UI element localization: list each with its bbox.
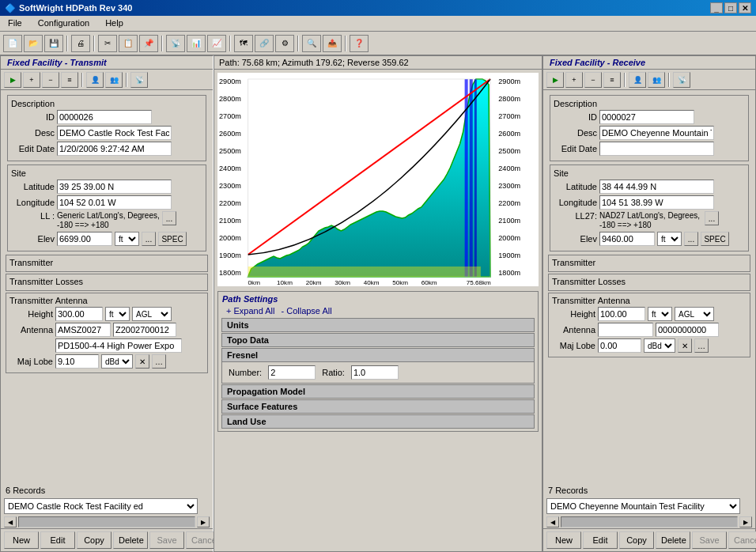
toolbar-print[interactable]: 🖨 [71,35,90,52]
left-scroll-track[interactable] [18,516,195,527]
right-copy-button[interactable]: Copy [619,531,654,549]
left-btn-minus[interactable]: − [42,72,59,88]
right-scroll-track[interactable] [561,516,738,527]
toolbar-copy[interactable]: 📋 [119,35,138,52]
right-majlobe-extra-button[interactable]: … [694,338,709,353]
right-elev-dots-button[interactable]: ... [684,232,698,246]
left-elev-dots-button[interactable]: ... [142,232,156,246]
right-btn-person2[interactable]: 👥 [648,72,665,88]
left-btn-plus[interactable]: + [23,72,40,88]
left-scroll-left[interactable]: ◀ [4,516,17,527]
right-majlobe-x-button[interactable]: ✕ [678,338,692,353]
left-scroll-right[interactable]: ▶ [197,516,210,527]
left-elev-input[interactable] [57,232,112,246]
menu-configuration[interactable]: Configuration [33,17,94,29]
minimize-button[interactable]: _ [710,2,723,13]
right-antenna-input1[interactable] [598,323,653,337]
left-majlobe-input[interactable] [55,354,99,369]
fresnel-header[interactable]: Fresnel [222,349,534,362]
right-btn-rx[interactable]: 📡 [673,72,690,88]
menu-file[interactable]: File [3,17,27,29]
right-editdate-input[interactable] [599,142,714,156]
menu-help[interactable]: Help [100,17,128,29]
right-id-input[interactable] [599,110,694,124]
left-antenna-input1[interactable] [55,323,111,337]
left-majlobe-extra-button[interactable]: … [152,354,166,369]
close-button[interactable]: ✕ [739,2,751,13]
right-majlobe-unit-select[interactable]: dBd dBi [644,338,675,353]
left-btn-list[interactable]: ≡ [61,72,78,88]
left-save-button[interactable]: Save [149,531,184,549]
left-new-button[interactable]: New [4,531,39,549]
right-btn-minus[interactable]: − [584,72,602,88]
units-item[interactable]: Units [221,318,535,332]
right-delete-button[interactable]: Delete [656,531,690,549]
right-majlobe-input[interactable] [598,338,641,353]
left-copy-button[interactable]: Copy [77,531,112,549]
right-scroll-left[interactable]: ◀ [546,516,559,527]
left-id-input[interactable] [57,110,152,124]
left-majlobe-x-button[interactable]: ✕ [135,354,149,369]
right-height-input[interactable] [598,307,645,321]
collapse-all-link[interactable]: - Collapse All [281,306,331,316]
left-antenna-input2[interactable] [113,323,176,337]
right-facility-dropdown[interactable]: DEMO Cheyenne Mountain Test Facility [546,498,740,514]
right-btn-list[interactable]: ≡ [603,72,621,88]
left-editdate-input[interactable] [57,142,172,156]
expand-all-link[interactable]: + Expand All [226,306,274,316]
toolbar-new[interactable]: 📄 [3,35,22,52]
right-new-button[interactable]: New [546,531,581,549]
right-spec-button[interactable]: SPEC [701,232,729,246]
left-desc-input[interactable] [57,126,172,140]
left-btn-tx[interactable]: 📡 [130,72,148,88]
right-edit-button[interactable]: Edit [583,531,618,549]
maximize-button[interactable]: □ [724,2,737,13]
right-btn-arrow[interactable]: ▶ [546,72,564,88]
toolbar-cut[interactable]: ✂ [98,35,117,52]
right-elev-input[interactable] [599,232,655,246]
left-height-agl-select[interactable]: AGL AMSL [132,307,172,321]
propagation-model-item[interactable]: Propagation Model [221,384,535,399]
topo-data-item[interactable]: Topo Data [221,333,535,347]
land-use-item[interactable]: Land Use [221,414,535,429]
toolbar-antenna[interactable]: 📡 [166,35,185,52]
right-cancel-button[interactable]: Cancel [728,531,756,549]
left-spec-button[interactable]: SPEC [158,232,187,246]
left-btn-person2[interactable]: 👥 [105,72,123,88]
right-desc-input[interactable] [599,126,714,140]
left-elev-unit-select[interactable]: ft m [115,232,139,246]
left-facility-dropdown[interactable]: DEMO Castle Rock Test Facility ed [4,498,198,514]
left-btn-person1[interactable]: 👤 [86,72,104,88]
right-antenna-input2[interactable] [656,323,719,337]
toolbar-map[interactable]: 🗺 [234,35,253,52]
fresnel-ratio-input[interactable] [351,365,399,380]
left-antenna-desc-input[interactable] [55,338,182,353]
fresnel-number-input[interactable] [268,365,316,380]
right-btn-person1[interactable]: 👤 [629,72,646,88]
left-lon-input[interactable] [57,195,172,210]
toolbar-export[interactable]: 📤 [323,35,342,52]
left-majlobe-unit-select[interactable]: dBd dBi [101,354,133,369]
right-height-unit-select[interactable]: ft m [648,307,672,321]
left-delete-button[interactable]: Delete [113,531,148,549]
right-elev-unit-select[interactable]: ft m [657,232,682,246]
left-height-unit-select[interactable]: ft m [105,307,130,321]
toolbar-path[interactable]: 🔗 [255,35,274,52]
left-edit-button[interactable]: Edit [40,531,75,549]
right-height-agl-select[interactable]: AGL AMSL [675,307,714,321]
toolbar-settings[interactable]: ⚙ [275,35,294,52]
right-btn-plus[interactable]: + [565,72,583,88]
surface-features-item[interactable]: Surface Features [221,399,535,414]
right-lat-input[interactable] [599,180,714,194]
right-lon-input[interactable] [599,195,714,210]
right-ll-dots-button[interactable]: ... [705,211,719,225]
left-ll-dots-button[interactable]: ... [162,211,176,225]
toolbar-zoom[interactable]: 🔍 [302,35,321,52]
toolbar-help[interactable]: ❓ [350,35,369,52]
toolbar-paste[interactable]: 📌 [139,35,158,52]
toolbar-open[interactable]: 📂 [24,35,43,52]
toolbar-chart2[interactable]: 📈 [207,35,226,52]
toolbar-save[interactable]: 💾 [44,35,63,52]
left-lat-input[interactable] [57,180,172,194]
right-save-button[interactable]: Save [692,531,727,549]
